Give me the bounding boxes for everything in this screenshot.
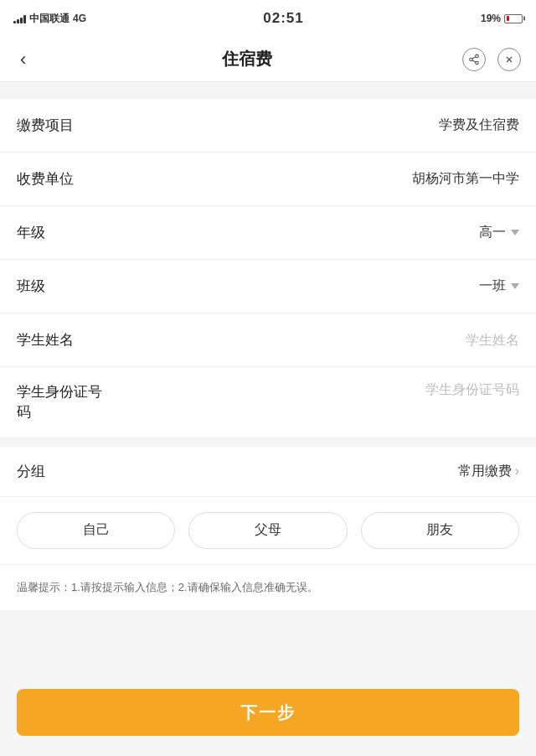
group-right: 常用缴费 › (458, 463, 519, 480)
student-id-label: 学生身份证号码 (17, 382, 102, 422)
pay-unit-row: 收费单位 胡杨河市第一中学 (0, 153, 536, 206)
close-icon (497, 48, 521, 71)
battery-icon (504, 14, 523, 23)
share-icon (462, 48, 486, 71)
quick-btn-self[interactable]: 自己 (17, 512, 175, 549)
status-carrier: 中国联通 4G (13, 12, 86, 26)
signal-icon (13, 13, 26, 23)
group-row[interactable]: 分组 常用缴费 › (0, 447, 536, 497)
class-label: 班级 (17, 277, 45, 296)
class-dropdown-arrow (511, 283, 519, 289)
tips-text: 温馨提示：1.请按提示输入信息；2.请确保输入信息准确无误。 (17, 578, 519, 597)
pay-item-value: 学费及住宿费 (439, 117, 519, 134)
student-name-input[interactable] (74, 333, 519, 348)
pay-unit-value: 胡杨河市第一中学 (412, 170, 519, 188)
chevron-right-icon: › (515, 463, 519, 479)
page-content: 缴费项目 学费及住宿费 收费单位 胡杨河市第一中学 年级 高一 班级 一班 (0, 82, 536, 711)
svg-point-1 (470, 58, 473, 61)
group-value: 常用缴费 (458, 463, 512, 480)
back-button[interactable]: ‹ (13, 45, 33, 74)
bottom-spacer (0, 610, 536, 627)
close-button[interactable] (496, 46, 523, 73)
pay-unit-label: 收费单位 (17, 169, 74, 189)
grade-row[interactable]: 年级 高一 (0, 206, 536, 260)
student-id-input[interactable] (102, 382, 519, 397)
nav-bar: ‹ 住宿费 (0, 37, 536, 82)
group-label: 分组 (17, 462, 45, 481)
quick-btn-parents[interactable]: 父母 (188, 512, 347, 549)
pay-item-label: 缴费项目 (17, 116, 74, 135)
status-battery-area: 19% (481, 13, 523, 24)
pay-item-row: 缴费项目 学费及住宿费 (0, 99, 536, 153)
student-name-row: 学生姓名 (0, 313, 536, 367)
battery-percent: 19% (481, 13, 501, 24)
form-container: 缴费项目 学费及住宿费 收费单位 胡杨河市第一中学 年级 高一 班级 一班 (0, 99, 536, 438)
grade-label: 年级 (17, 223, 45, 242)
svg-point-0 (476, 54, 479, 58)
grade-value: 高一 (479, 224, 519, 241)
svg-line-4 (472, 56, 476, 58)
svg-line-3 (472, 60, 476, 61)
class-value: 一班 (479, 277, 519, 295)
quick-select-row: 自己 父母 朋友 (0, 497, 536, 565)
student-id-row: 学生身份证号码 (0, 367, 536, 438)
svg-point-2 (476, 61, 479, 65)
quick-btn-friends[interactable]: 朋友 (361, 512, 519, 549)
share-button[interactable] (461, 46, 487, 73)
class-row[interactable]: 班级 一班 (0, 260, 536, 313)
status-time: 02:51 (263, 10, 303, 27)
tips-box: 温馨提示：1.请按提示输入信息；2.请确保输入信息准确无误。 (0, 565, 536, 610)
bottom-bar: 下一步 (0, 676, 536, 756)
top-divider (0, 82, 536, 91)
mid-divider (0, 438, 536, 447)
student-name-label: 学生姓名 (17, 330, 74, 350)
grade-dropdown-arrow (511, 230, 519, 236)
page-title: 住宿费 (33, 48, 461, 70)
next-button[interactable]: 下一步 (17, 689, 519, 736)
nav-actions (461, 46, 523, 73)
status-bar: 中国联通 4G 02:51 19% (0, 0, 536, 37)
